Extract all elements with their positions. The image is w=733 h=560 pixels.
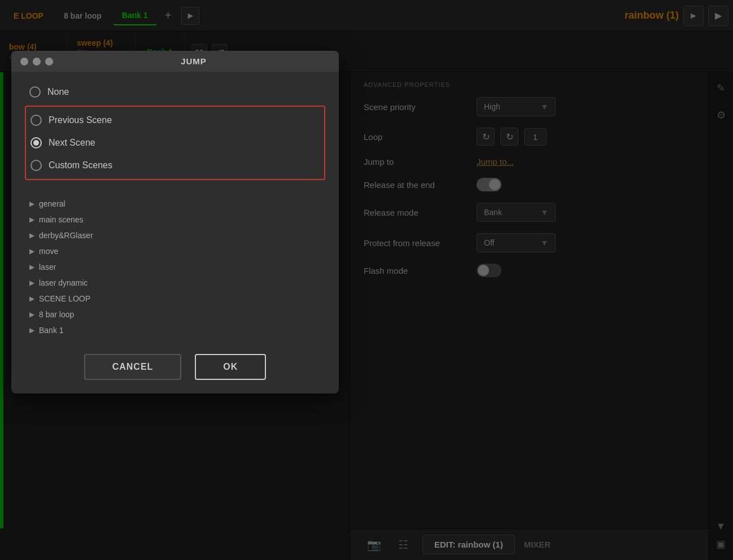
radio-prev-circle bbox=[30, 115, 42, 126]
radio-next-label: Next Scene bbox=[49, 138, 95, 148]
radio-prev-scene[interactable]: Previous Scene bbox=[26, 109, 324, 132]
tree-item-laser-dynamic[interactable]: ▶ laser dynamic bbox=[25, 275, 325, 291]
radio-highlighted-group: Previous Scene Next Scene Custom Scenes bbox=[25, 106, 325, 180]
radio-none-label: None bbox=[47, 87, 69, 97]
tree-item-label-2: main scenes bbox=[39, 215, 84, 224]
ok-button[interactable]: OK bbox=[195, 354, 266, 380]
tree-arrow-icon-4: ▶ bbox=[29, 247, 34, 255]
tree-arrow-icon-5: ▶ bbox=[29, 263, 34, 271]
tree-item-label-3: derby&RGlaser bbox=[39, 231, 93, 240]
tree-item-8bar[interactable]: ▶ 8 bar loop bbox=[25, 307, 325, 322]
dialog-body: None Previous Scene Next Scene Custom Sc… bbox=[11, 72, 339, 191]
radio-none-circle bbox=[29, 86, 41, 98]
tree-item-label: general bbox=[39, 199, 66, 208]
tree-arrow-icon-9: ▶ bbox=[29, 326, 34, 334]
tree-item-main-scenes[interactable]: ▶ main scenes bbox=[25, 212, 325, 228]
scene-tree: ▶ general ▶ main scenes ▶ derby&RGlaser … bbox=[11, 191, 339, 343]
tree-item-label-9: Bank 1 bbox=[39, 326, 64, 335]
radio-next-circle bbox=[30, 137, 42, 148]
tree-arrow-icon: ▶ bbox=[29, 200, 34, 208]
jump-dialog: JUMP None Previous Scene Next Scene Cust… bbox=[11, 51, 339, 393]
tree-arrow-icon-8: ▶ bbox=[29, 310, 34, 318]
tree-item-label-5: laser bbox=[39, 262, 56, 272]
tree-arrow-icon-7: ▶ bbox=[29, 295, 34, 303]
traffic-light-minimize[interactable] bbox=[33, 58, 41, 65]
tree-item-bank1[interactable]: ▶ Bank 1 bbox=[25, 322, 325, 338]
tree-item-laser[interactable]: ▶ laser bbox=[25, 259, 325, 275]
dialog-titlebar: JUMP bbox=[11, 51, 339, 72]
radio-custom-circle bbox=[30, 160, 42, 171]
radio-prev-label: Previous Scene bbox=[49, 115, 112, 125]
radio-none[interactable]: None bbox=[25, 81, 325, 103]
tree-item-label-7: SCENE LOOP bbox=[39, 294, 90, 303]
tree-arrow-icon-3: ▶ bbox=[29, 231, 34, 239]
radio-custom-label: Custom Scenes bbox=[49, 160, 112, 170]
tree-item-label-4: move bbox=[39, 247, 58, 256]
tree-item-general[interactable]: ▶ general bbox=[25, 196, 325, 212]
tree-item-move[interactable]: ▶ move bbox=[25, 243, 325, 259]
tree-arrow-icon-6: ▶ bbox=[29, 279, 34, 287]
tree-arrow-icon-2: ▶ bbox=[29, 216, 34, 224]
dialog-title: JUMP bbox=[58, 56, 330, 66]
tree-item-label-8: 8 bar loop bbox=[39, 310, 74, 319]
tree-item-label-6: laser dynamic bbox=[39, 278, 88, 287]
dialog-footer: CANCEL OK bbox=[11, 343, 339, 393]
radio-next-scene[interactable]: Next Scene bbox=[26, 132, 324, 154]
tree-item-scene-loop[interactable]: ▶ SCENE LOOP bbox=[25, 291, 325, 307]
traffic-light-close[interactable] bbox=[20, 58, 28, 65]
radio-custom-scenes[interactable]: Custom Scenes bbox=[26, 154, 324, 177]
cancel-button[interactable]: CANCEL bbox=[84, 354, 182, 380]
tree-item-derby[interactable]: ▶ derby&RGlaser bbox=[25, 228, 325, 243]
traffic-light-maximize[interactable] bbox=[45, 58, 53, 65]
